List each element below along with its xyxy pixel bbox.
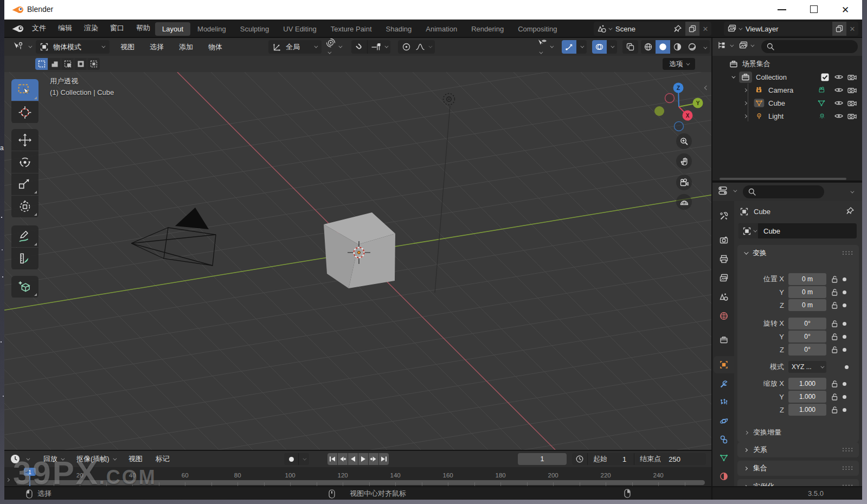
properties-tab-physics[interactable] xyxy=(714,412,734,430)
orientation-dropdown[interactable]: 全局 xyxy=(268,40,322,54)
animate-dot[interactable] xyxy=(843,408,846,412)
camera-toggle-icon[interactable] xyxy=(847,73,857,81)
tool-measure[interactable] xyxy=(11,248,38,269)
eye-icon[interactable] xyxy=(834,73,844,81)
start-frame-value[interactable]: 1 xyxy=(622,455,626,463)
rotation-mode-dropdown[interactable]: XYZ ... xyxy=(788,361,826,373)
jump-end-button[interactable] xyxy=(379,453,389,465)
outliner-row-light[interactable]: Light xyxy=(712,109,862,122)
menu-2[interactable]: 渲染 xyxy=(78,23,104,33)
tab-uv-editing[interactable]: UV Editing xyxy=(276,22,323,36)
tool-rotate[interactable] xyxy=(11,151,38,173)
properties-tab-render[interactable] xyxy=(714,231,734,249)
object-name-field[interactable]: Cube xyxy=(738,223,857,238)
lock-icon[interactable] xyxy=(831,301,838,309)
scene-selector[interactable]: Scene ✕ xyxy=(594,22,711,36)
tool-tweak-select[interactable] xyxy=(11,79,38,101)
drag-handle-icon[interactable] xyxy=(842,484,855,486)
transform-deltas-subpanel[interactable]: 变换增量 xyxy=(737,426,859,439)
current-frame-field[interactable]: 1 xyxy=(518,453,567,465)
animate-dot[interactable] xyxy=(845,365,849,369)
properties-tab-constraints[interactable] xyxy=(714,431,734,448)
transform-value-field[interactable]: 0 m xyxy=(788,286,826,298)
tool-move[interactable] xyxy=(11,129,38,151)
lock-icon[interactable] xyxy=(831,275,838,283)
select-mode-subtract[interactable] xyxy=(61,58,74,70)
blender-menu-icon[interactable] xyxy=(12,23,25,34)
lock-icon[interactable] xyxy=(831,379,838,388)
panel-0[interactable]: 关系 xyxy=(737,442,859,457)
animate-dot[interactable] xyxy=(843,395,846,399)
options-button[interactable]: 选项 xyxy=(663,58,695,70)
lock-icon[interactable] xyxy=(831,332,838,341)
tab-texture-paint[interactable]: Texture Paint xyxy=(324,22,379,36)
next-keyframe-button[interactable] xyxy=(369,453,378,465)
select-mode-extend[interactable] xyxy=(48,58,61,70)
show-overlays-icon[interactable] xyxy=(592,40,607,54)
close-icon[interactable]: ✕ xyxy=(846,25,858,33)
close-icon[interactable]: ✕ xyxy=(699,25,711,33)
menu-3[interactable]: 窗口 xyxy=(104,23,130,33)
view-layer-selector[interactable]: ViewLayer ✕ xyxy=(724,22,858,36)
jump-start-button[interactable] xyxy=(327,453,337,465)
pin-icon[interactable] xyxy=(846,206,855,215)
properties-options-button[interactable] xyxy=(845,185,858,198)
falloff-icon[interactable] xyxy=(415,42,425,51)
play-reverse-button[interactable] xyxy=(348,453,358,465)
camera-view-icon[interactable] xyxy=(676,175,692,190)
tab-animation[interactable]: Animation xyxy=(419,22,464,36)
tool-menu-1[interactable]: 选择 xyxy=(142,42,171,52)
play-button[interactable] xyxy=(358,453,368,465)
shading-material-preview-icon[interactable] xyxy=(670,40,685,54)
snap-target-icon[interactable] xyxy=(371,42,381,51)
eye-icon[interactable] xyxy=(834,86,844,94)
outliner-search-field[interactable] xyxy=(761,40,858,53)
outliner-row-scene-collection[interactable]: 场景集合 xyxy=(712,57,862,70)
outliner-row-collection[interactable]: Collection xyxy=(712,70,862,83)
timeline-expand-icon[interactable] xyxy=(7,475,9,483)
properties-tab-object[interactable] xyxy=(714,356,734,373)
menu-0[interactable]: 文件 xyxy=(26,23,52,33)
object-visibility-button[interactable] xyxy=(537,40,553,54)
outliner-filter-button[interactable] xyxy=(717,41,733,50)
shading-solid-icon[interactable] xyxy=(656,40,670,54)
panel-2[interactable]: 实例化 xyxy=(737,479,859,486)
transform-value-field[interactable]: 1.000 xyxy=(788,391,826,403)
transform-value-field[interactable]: 0° xyxy=(788,318,826,329)
animate-dot[interactable] xyxy=(843,277,846,281)
viewport-3d[interactable]: 用户透视 (1) Collection | Cube ZYX xyxy=(4,72,711,450)
properties-tab-output[interactable] xyxy=(714,250,734,268)
lock-icon[interactable] xyxy=(831,345,838,354)
animate-dot[interactable] xyxy=(843,335,846,339)
prev-keyframe-button[interactable] xyxy=(338,453,348,465)
menu-4[interactable]: 帮助 xyxy=(130,23,156,33)
properties-tab-view-layer[interactable] xyxy=(714,269,734,287)
tool-scale[interactable] xyxy=(11,173,38,195)
shading-dropdown-chevron[interactable] xyxy=(703,43,706,51)
overlays-toggle[interactable] xyxy=(592,40,617,54)
transform-value-field[interactable]: 0° xyxy=(788,331,826,343)
properties-editor-button[interactable] xyxy=(718,185,736,196)
outliner-scrollbar[interactable] xyxy=(720,178,846,180)
tool-menu-2[interactable]: 添加 xyxy=(171,42,201,52)
outliner-row-cube[interactable]: Cube xyxy=(712,96,862,109)
lock-icon[interactable] xyxy=(831,288,838,296)
tab-layout[interactable]: Layout xyxy=(155,22,190,36)
copy-icon[interactable] xyxy=(685,22,699,36)
lock-icon[interactable] xyxy=(831,405,838,414)
eye-icon[interactable] xyxy=(834,99,844,107)
sidebar-toggle-icon[interactable] xyxy=(705,83,708,91)
drag-handle-icon[interactable] xyxy=(842,447,855,453)
clock-icon[interactable] xyxy=(575,455,584,463)
show-gizmo-icon[interactable] xyxy=(562,40,576,54)
proportional-edit-icon[interactable] xyxy=(402,42,411,51)
tab-compositing[interactable]: Compositing xyxy=(511,22,564,36)
tool-annotate[interactable] xyxy=(11,225,38,247)
record-button[interactable] xyxy=(284,457,298,462)
animate-dot[interactable] xyxy=(843,303,846,307)
properties-tab-scene[interactable] xyxy=(714,288,734,306)
auto-keying-group[interactable] xyxy=(284,453,309,465)
transform-value-field[interactable]: 0 m xyxy=(788,273,826,285)
animate-dot[interactable] xyxy=(843,382,846,386)
camera-toggle-icon[interactable] xyxy=(847,112,857,120)
